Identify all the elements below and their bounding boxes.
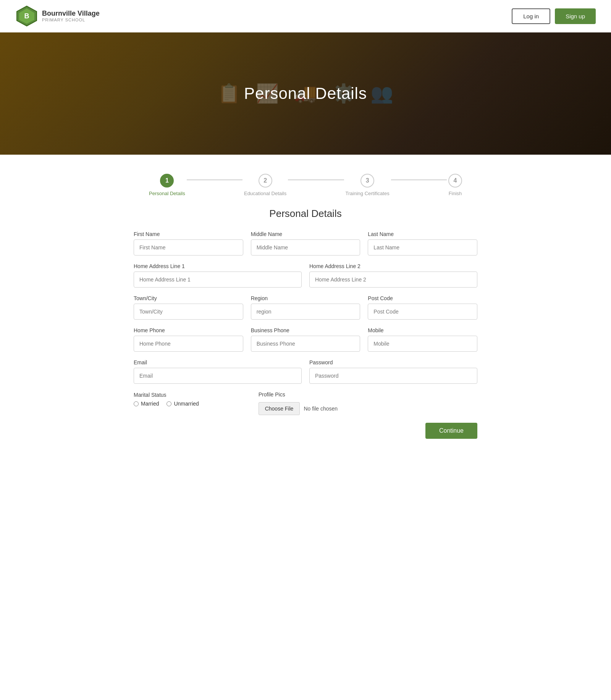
profile-pics-group: Profile Pics Choose File No file chosen [259, 391, 477, 415]
logo-name: Bournville Village [42, 10, 100, 18]
signup-button[interactable]: Sign up [555, 8, 596, 24]
step-label-1: Personal Details [149, 191, 185, 196]
married-radio-label[interactable]: Married [134, 401, 159, 407]
step-circle-4: 4 [448, 174, 462, 188]
password-label: Password [309, 359, 477, 365]
mobile-label: Mobile [368, 327, 477, 333]
file-row: Choose File No file chosen [259, 402, 477, 415]
radio-group: Married Unmarried [134, 401, 243, 407]
postcode-input[interactable] [368, 304, 477, 320]
postcode-label: Post Code [368, 295, 477, 301]
step-circle-3: 3 [360, 174, 374, 188]
continue-row: Continue [134, 423, 477, 439]
logo-sub: PRIMARY SCHOOL [42, 18, 100, 23]
logo-area: B Bournville Village PRIMARY SCHOOL [15, 5, 100, 27]
email-label: Email [134, 359, 302, 365]
hero-banner: 📋 📈 🚚 ⚙️ 👥 Personal Details [0, 32, 611, 155]
unmarried-radio[interactable] [166, 401, 171, 406]
location-row: Town/City Region Post Code [134, 295, 477, 320]
marital-profile-row: Marital Status Married Unmarried Profile… [134, 391, 477, 415]
step-line-1-2 [187, 179, 242, 180]
address2-group: Home Address Line 2 [309, 263, 477, 288]
profile-pics-label: Profile Pics [259, 391, 477, 398]
svg-text:B: B [24, 12, 29, 20]
first-name-input[interactable] [134, 239, 243, 255]
steps-track: 1 Personal Details 2 Educational Details… [149, 174, 462, 196]
address1-label: Home Address Line 1 [134, 263, 302, 269]
phone-row: Home Phone Business Phone Mobile [134, 327, 477, 352]
marital-group: Marital Status Married Unmarried [134, 391, 243, 407]
step-4: 4 Finish [448, 174, 462, 196]
middle-name-group: Middle Name [251, 231, 360, 255]
region-group: Region [251, 295, 360, 320]
step-label-3: Training Certificates [346, 191, 390, 196]
email-group: Email [134, 359, 302, 384]
form-title: Personal Details [134, 208, 477, 220]
steps-container: 1 Personal Details 2 Educational Details… [134, 174, 477, 196]
logo-icon: B [15, 5, 38, 27]
home-phone-group: Home Phone [134, 327, 243, 352]
continue-button[interactable]: Continue [425, 423, 477, 439]
first-name-label: First Name [134, 231, 243, 237]
town-input[interactable] [134, 304, 243, 320]
marital-label: Marital Status [134, 392, 166, 398]
first-name-group: First Name [134, 231, 243, 255]
step-line-3-4 [391, 179, 447, 180]
credentials-row: Email Password [134, 359, 477, 384]
mobile-group: Mobile [368, 327, 477, 352]
town-group: Town/City [134, 295, 243, 320]
step-label-2: Educational Details [244, 191, 286, 196]
name-row: First Name Middle Name Last Name [134, 231, 477, 255]
step-circle-2: 2 [259, 174, 272, 188]
step-2: 2 Educational Details [244, 174, 286, 196]
header: B Bournville Village PRIMARY SCHOOL Log … [0, 0, 611, 32]
address2-label: Home Address Line 2 [309, 263, 477, 269]
home-phone-input[interactable] [134, 336, 243, 352]
unmarried-text: Unmarried [174, 401, 199, 407]
email-input[interactable] [134, 368, 302, 384]
unmarried-radio-label[interactable]: Unmarried [166, 401, 199, 407]
married-radio[interactable] [134, 401, 139, 406]
region-input[interactable] [251, 304, 360, 320]
region-label: Region [251, 295, 360, 301]
password-input[interactable] [309, 368, 477, 384]
step-label-4: Finish [449, 191, 462, 196]
hero-title: Personal Details [244, 84, 367, 103]
address2-input[interactable] [309, 272, 477, 288]
header-buttons: Log in Sign up [512, 8, 596, 24]
mobile-input[interactable] [368, 336, 477, 352]
hero-icon-people: 👥 [370, 83, 393, 104]
step-1: 1 Personal Details [149, 174, 185, 196]
last-name-input[interactable] [368, 239, 477, 255]
address1-input[interactable] [134, 272, 302, 288]
business-phone-input[interactable] [251, 336, 360, 352]
last-name-label: Last Name [368, 231, 477, 237]
address-row: Home Address Line 1 Home Address Line 2 [134, 263, 477, 288]
business-phone-label: Business Phone [251, 327, 360, 333]
no-file-text: No file chosen [304, 406, 338, 412]
town-label: Town/City [134, 295, 243, 301]
middle-name-input[interactable] [251, 239, 360, 255]
form-container: Personal Details First Name Middle Name … [118, 208, 493, 439]
married-text: Married [141, 401, 159, 407]
step-line-2-3 [288, 179, 344, 180]
logo-text: Bournville Village PRIMARY SCHOOL [42, 10, 100, 23]
last-name-group: Last Name [368, 231, 477, 255]
middle-name-label: Middle Name [251, 231, 360, 237]
step-circle-1: 1 [160, 174, 174, 188]
choose-file-button[interactable]: Choose File [259, 402, 300, 415]
home-phone-label: Home Phone [134, 327, 243, 333]
address1-group: Home Address Line 1 [134, 263, 302, 288]
business-phone-group: Business Phone [251, 327, 360, 352]
password-group: Password [309, 359, 477, 384]
login-button[interactable]: Log in [512, 8, 550, 24]
hero-icon-document: 📋 [218, 83, 241, 104]
step-3: 3 Training Certificates [346, 174, 390, 196]
postcode-group: Post Code [368, 295, 477, 320]
